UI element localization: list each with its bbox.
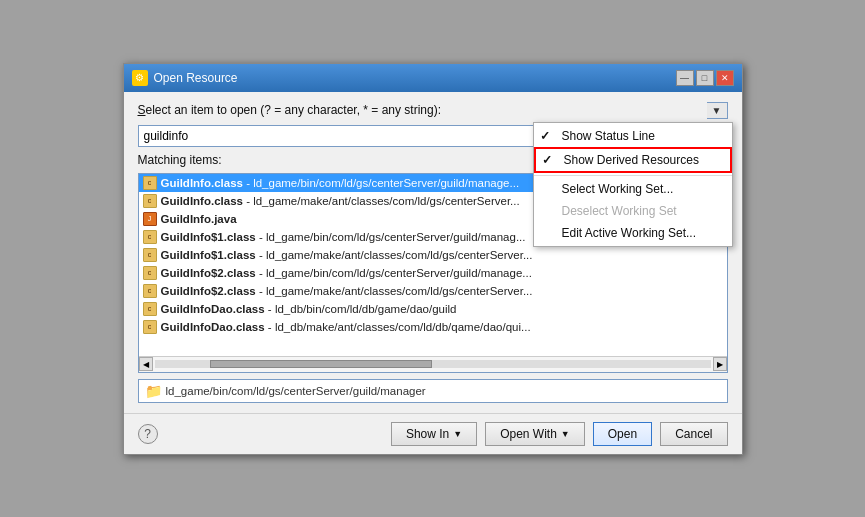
folder-icon: 📁 bbox=[145, 383, 162, 399]
dropdown-menu: ✓ Show Status Line ✓ Show Derived Resour… bbox=[533, 122, 733, 247]
class-icon: c bbox=[143, 302, 157, 316]
window-icon: ⚙ bbox=[132, 70, 148, 86]
scroll-right-arrow[interactable]: ▶ bbox=[713, 357, 727, 371]
class-icon: c bbox=[143, 284, 157, 298]
dropdown-container: ▼ ✓ Show Status Line ✓ Show Derived Reso… bbox=[707, 102, 728, 119]
horizontal-scrollbar[interactable]: ◀ ▶ bbox=[139, 356, 727, 372]
menu-divider bbox=[534, 175, 732, 176]
dialog-body: Select an item to open (? = any characte… bbox=[124, 92, 742, 413]
scroll-track[interactable] bbox=[155, 360, 711, 368]
options-dropdown-button[interactable]: ▼ bbox=[707, 102, 728, 119]
scroll-left-arrow[interactable]: ◀ bbox=[139, 357, 153, 371]
show-in-button[interactable]: Show In ▼ bbox=[391, 422, 477, 446]
list-item[interactable]: c GuildInfoDao.class - ld_db/bin/com/ld/… bbox=[139, 300, 727, 318]
open-button[interactable]: Open bbox=[593, 422, 652, 446]
check-show-status-line: ✓ bbox=[540, 129, 550, 143]
open-with-arrow: ▼ bbox=[561, 429, 570, 439]
cancel-button[interactable]: Cancel bbox=[660, 422, 727, 446]
select-label-row: Select an item to open (? = any characte… bbox=[138, 102, 728, 119]
help-button[interactable]: ? bbox=[138, 424, 158, 444]
class-icon: c bbox=[143, 176, 157, 190]
select-label: Select an item to open (? = any characte… bbox=[138, 103, 442, 117]
list-item[interactable]: c GuildInfoDao.class - ld_db/make/ant/cl… bbox=[139, 318, 727, 336]
class-icon: c bbox=[143, 194, 157, 208]
path-row: 📁 ld_game/bin/com/ld/gs/centerServer/gui… bbox=[138, 379, 728, 403]
list-item[interactable]: c GuildInfo$1.class - ld_game/make/ant/c… bbox=[139, 246, 727, 264]
class-icon: c bbox=[143, 266, 157, 280]
title-bar-left: ⚙ Open Resource bbox=[132, 70, 238, 86]
title-bar: ⚙ Open Resource — □ ✕ bbox=[124, 64, 742, 92]
class-icon: c bbox=[143, 320, 157, 334]
menu-item-show-status-line[interactable]: ✓ Show Status Line bbox=[534, 125, 732, 147]
menu-item-select-working-set[interactable]: Select Working Set... bbox=[534, 178, 732, 200]
class-icon: c bbox=[143, 230, 157, 244]
check-show-derived-resources: ✓ bbox=[542, 153, 552, 167]
class-icon: c bbox=[143, 248, 157, 262]
minimize-button[interactable]: — bbox=[676, 70, 694, 86]
bottom-bar: ? Show In ▼ Open With ▼ Open Cancel bbox=[124, 413, 742, 454]
list-item[interactable]: c GuildInfo$2.class - ld_game/make/ant/c… bbox=[139, 282, 727, 300]
window-title: Open Resource bbox=[154, 71, 238, 85]
maximize-button[interactable]: □ bbox=[696, 70, 714, 86]
menu-item-deselect-working-set: Deselect Working Set bbox=[534, 200, 732, 222]
java-icon: J bbox=[143, 212, 157, 226]
path-value: ld_game/bin/com/ld/gs/centerServer/guild… bbox=[166, 385, 426, 397]
title-buttons: — □ ✕ bbox=[676, 70, 734, 86]
scroll-thumb[interactable] bbox=[210, 360, 432, 368]
close-button[interactable]: ✕ bbox=[716, 70, 734, 86]
open-resource-dialog: ⚙ Open Resource — □ ✕ Select an item to … bbox=[123, 63, 743, 455]
menu-item-edit-active-working-set[interactable]: Edit Active Working Set... bbox=[534, 222, 732, 244]
show-in-arrow: ▼ bbox=[453, 429, 462, 439]
menu-item-show-derived-resources[interactable]: ✓ Show Derived Resources bbox=[534, 147, 732, 173]
list-item[interactable]: c GuildInfo$2.class - ld_game/bin/com/ld… bbox=[139, 264, 727, 282]
open-with-button[interactable]: Open With ▼ bbox=[485, 422, 585, 446]
